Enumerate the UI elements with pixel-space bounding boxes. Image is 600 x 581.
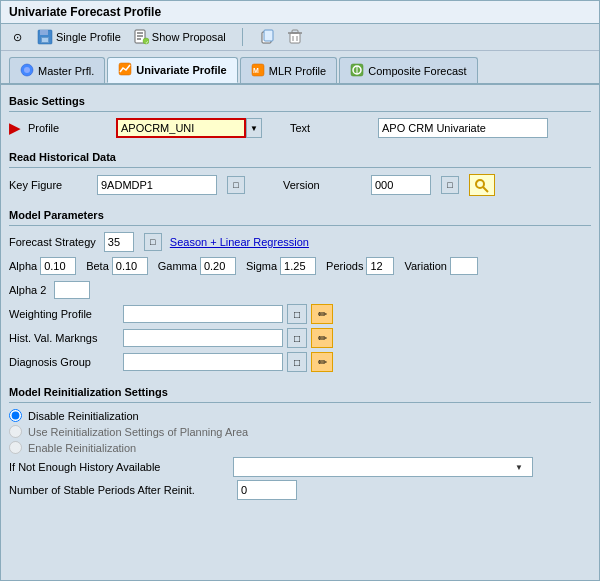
tab-mlr[interactable]: M MLR Profile <box>240 57 337 83</box>
toolbar: ⊙ Single Profile <box>1 24 599 51</box>
gamma-input[interactable] <box>200 257 236 275</box>
num-stable-input[interactable] <box>237 480 297 500</box>
profile-arrow-icon: ▶ <box>9 120 20 136</box>
diagnosis-group-row: Diagnosis Group □ ✏ <box>9 352 591 372</box>
hist-val-edit-btn[interactable]: ✏ <box>311 328 333 348</box>
svg-point-18 <box>24 67 30 73</box>
tab-master-pfl[interactable]: Master Prfl. <box>9 57 105 83</box>
univariate-icon <box>118 62 132 78</box>
variation-input[interactable] <box>450 257 478 275</box>
alpha-group: Alpha <box>9 257 76 275</box>
hist-val-input[interactable] <box>123 329 283 347</box>
profile-input-group: ▼ <box>116 118 262 138</box>
if-not-enough-label: If Not Enough History Available <box>9 461 229 473</box>
alpha2-input[interactable] <box>54 281 90 299</box>
hist-val-row: Hist. Val. Markngs □ ✏ <box>9 328 591 348</box>
gamma-label: Gamma <box>158 260 197 272</box>
svg-rect-12 <box>290 33 300 43</box>
toolbar-separator <box>242 28 243 46</box>
radio-use[interactable] <box>9 425 22 438</box>
forecast-strategy-input[interactable] <box>104 232 134 252</box>
tabs-container: Master Prfl. Univariate Profile M MLR Pr… <box>1 51 599 85</box>
model-params-header: Model Parameters <box>9 207 591 226</box>
forecast-strategy-label: Forecast Strategy <box>9 236 96 248</box>
diagnosis-search-btn[interactable]: □ <box>287 352 307 372</box>
svg-line-26 <box>483 187 488 192</box>
beta-label: Beta <box>86 260 109 272</box>
main-window: Univariate Forecast Profile ⊙ Single Pro… <box>0 0 600 581</box>
profile-row: ▶ Profile ▼ Text <box>9 118 591 138</box>
save-label: Single Profile <box>56 31 121 43</box>
show-proposal-button[interactable]: ✓ Show Proposal <box>133 29 226 45</box>
params-row-1: Alpha Beta Gamma Sigma Periods <box>9 257 591 275</box>
variation-group: Variation <box>404 257 478 275</box>
diagnosis-input[interactable] <box>123 353 283 371</box>
window-title: Univariate Forecast Profile <box>9 5 161 19</box>
tab-univariate[interactable]: Univariate Profile <box>107 57 237 83</box>
periods-input[interactable] <box>366 257 394 275</box>
text-input[interactable] <box>378 118 548 138</box>
save-icon <box>37 29 53 45</box>
diagnosis-label: Diagnosis Group <box>9 356 119 368</box>
text-label: Text <box>290 122 370 134</box>
tab-composite[interactable]: Composite Forecast <box>339 57 477 83</box>
key-figure-search-btn[interactable]: □ <box>227 176 245 194</box>
if-not-enough-select[interactable] <box>233 457 533 477</box>
save-single-profile[interactable]: Single Profile <box>37 29 121 45</box>
diagnosis-edit-btn[interactable]: ✏ <box>311 352 333 372</box>
title-bar: Univariate Forecast Profile <box>1 1 599 24</box>
periods-label: Periods <box>326 260 363 272</box>
beta-group: Beta <box>86 257 148 275</box>
weighting-profile-input[interactable] <box>123 305 283 323</box>
if-not-enough-row: If Not Enough History Available ▼ <box>9 457 591 477</box>
weighting-profile-row: Weighting Profile □ ✏ <box>9 304 591 324</box>
strategy-search-btn[interactable]: □ <box>144 233 162 251</box>
profile-dropdown-btn[interactable]: ▼ <box>246 118 262 138</box>
copy-button[interactable] <box>259 29 275 45</box>
beta-input[interactable] <box>112 257 148 275</box>
key-btn[interactable] <box>469 174 495 196</box>
historical-header: Read Historical Data <box>9 149 591 168</box>
model-params-section: Model Parameters Forecast Strategy □ Sea… <box>9 207 591 376</box>
weighting-search-btn[interactable]: □ <box>287 304 307 324</box>
key-figure-input[interactable] <box>97 175 217 195</box>
periods-group: Periods <box>326 257 394 275</box>
weighting-edit-btn[interactable]: ✏ <box>311 304 333 324</box>
radio-use-label: Use Reinitialization Settings of Plannin… <box>28 426 248 438</box>
version-input[interactable] <box>371 175 431 195</box>
reinit-section: Model Reinitialization Settings Disable … <box>9 384 591 505</box>
forecast-strategy-row: Forecast Strategy □ Season + Linear Regr… <box>9 232 591 252</box>
sigma-label: Sigma <box>246 260 277 272</box>
svg-rect-14 <box>292 30 298 33</box>
sigma-group: Sigma <box>246 257 316 275</box>
radio-use-row: Use Reinitialization Settings of Plannin… <box>9 425 591 438</box>
proposal-icon: ✓ <box>133 29 149 45</box>
profile-input[interactable] <box>116 118 246 138</box>
svg-rect-1 <box>40 30 48 35</box>
sigma-input[interactable] <box>280 257 316 275</box>
hist-val-search-btn[interactable]: □ <box>287 328 307 348</box>
radio-disable-label: Disable Reinitialization <box>28 410 139 422</box>
delete-icon <box>287 29 303 45</box>
radio-enable[interactable] <box>9 441 22 454</box>
strategy-description[interactable]: Season + Linear Regression <box>170 236 309 248</box>
historical-data-section: Read Historical Data Key Figure □ Versio… <box>9 149 591 201</box>
svg-rect-3 <box>42 38 48 42</box>
alpha-input[interactable] <box>40 257 76 275</box>
key-figure-row: Key Figure □ Version □ <box>9 174 591 196</box>
if-not-enough-select-group: ▼ <box>233 457 523 477</box>
svg-rect-11 <box>264 30 273 41</box>
alpha-label: Alpha <box>9 260 37 272</box>
tab-univariate-label: Univariate Profile <box>136 64 226 76</box>
basic-settings-header: Basic Settings <box>9 93 591 112</box>
delete-button[interactable] <box>287 29 303 45</box>
gamma-group: Gamma <box>158 257 236 275</box>
copy-icon <box>259 29 275 45</box>
radio-disable[interactable] <box>9 409 22 422</box>
version-search-btn[interactable]: □ <box>441 176 459 194</box>
hist-val-label: Hist. Val. Markngs <box>9 332 119 344</box>
tab-mlr-label: MLR Profile <box>269 65 326 77</box>
mlr-icon: M <box>251 63 265 79</box>
show-proposal-label: Show Proposal <box>152 31 226 43</box>
back-button[interactable]: ⊙ <box>9 29 25 45</box>
